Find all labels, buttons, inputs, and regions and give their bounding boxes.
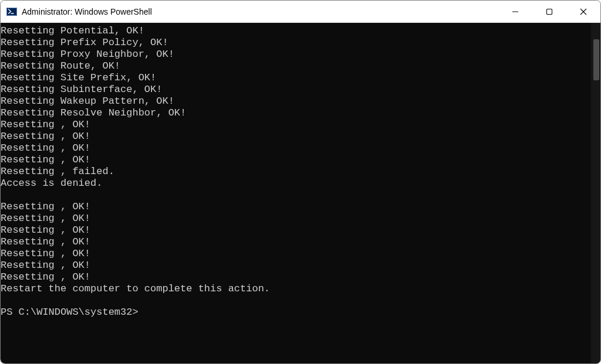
svg-rect-4 xyxy=(547,9,552,14)
terminal-line: Resetting , OK! xyxy=(1,236,588,248)
terminal-line: Resetting Route, OK! xyxy=(1,60,588,72)
terminal-line: Resetting , OK! xyxy=(1,248,588,260)
maximize-button[interactable] xyxy=(532,1,566,22)
scrollbar-thumb[interactable] xyxy=(593,39,599,80)
terminal-line xyxy=(1,295,588,307)
terminal-line: Resetting , OK! xyxy=(1,142,588,154)
terminal-line: Resetting , OK! xyxy=(1,119,588,131)
terminal-line: Resetting , OK! xyxy=(1,224,588,236)
prompt-text: PS C:\WINDOWS\system32> xyxy=(1,307,139,318)
prompt-line[interactable]: PS C:\WINDOWS\system32> xyxy=(1,307,588,318)
terminal-line: Resetting , OK! xyxy=(1,213,588,224)
terminal-line: Resetting , OK! xyxy=(1,154,588,166)
terminal-line xyxy=(1,189,588,201)
terminal-line: Resetting Resolve Neighbor, OK! xyxy=(1,107,588,119)
terminal-line: Restart the computer to complete this ac… xyxy=(1,283,588,295)
terminal-line: Resetting Subinterface, OK! xyxy=(1,84,588,96)
terminal-line: Resetting , OK! xyxy=(1,260,588,271)
terminal-line: Resetting Potential, OK! xyxy=(1,25,588,37)
terminal-line: Resetting Wakeup Pattern, OK! xyxy=(1,96,588,107)
terminal-line: Resetting , OK! xyxy=(1,271,588,283)
terminal-line: Resetting , OK! xyxy=(1,131,588,142)
terminal-area[interactable]: Resetting Potential, OK!Resetting Prefix… xyxy=(1,23,600,363)
terminal-line: Resetting , OK! xyxy=(1,201,588,213)
terminal-line: Access is denied. xyxy=(1,178,588,189)
terminal-output[interactable]: Resetting Potential, OK!Resetting Prefix… xyxy=(1,23,591,363)
powershell-window: Administrator: Windows PowerShell Resett… xyxy=(0,0,601,364)
terminal-line: Resetting Prefix Policy, OK! xyxy=(1,37,588,49)
scrollbar-track[interactable] xyxy=(591,23,600,363)
powershell-icon xyxy=(6,6,17,17)
window-controls xyxy=(498,1,600,22)
window-title: Administrator: Windows PowerShell xyxy=(22,7,498,16)
titlebar[interactable]: Administrator: Windows PowerShell xyxy=(1,1,600,23)
svg-rect-0 xyxy=(6,8,17,16)
close-button[interactable] xyxy=(566,1,600,22)
minimize-button[interactable] xyxy=(498,1,532,22)
terminal-line: Resetting Site Prefix, OK! xyxy=(1,72,588,84)
terminal-line: Resetting , failed. xyxy=(1,166,588,178)
terminal-line: Resetting Proxy Neighbor, OK! xyxy=(1,49,588,60)
